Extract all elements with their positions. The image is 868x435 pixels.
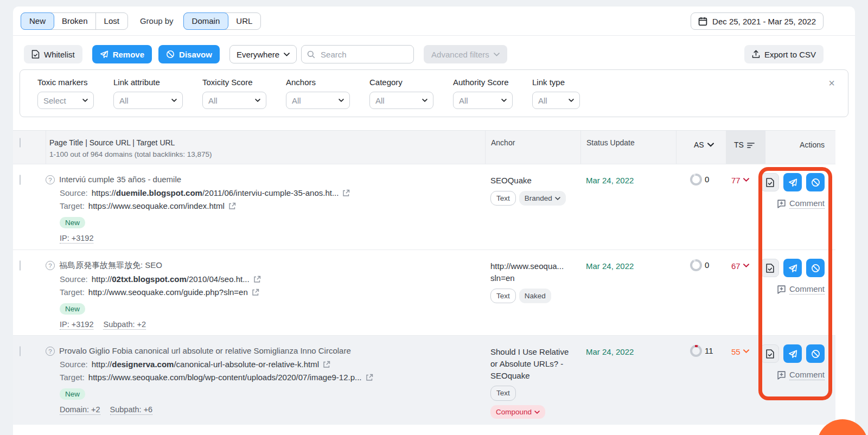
search-scope-select[interactable]: Everywhere — [229, 45, 297, 63]
anchor-type-tag[interactable]: Text — [490, 289, 516, 304]
view-toolbar: New Broken Lost Group by Domain URL Dec … — [13, 7, 855, 36]
external-link-icon[interactable] — [253, 276, 261, 283]
select-all-checkbox[interactable] — [20, 138, 21, 148]
comment-button[interactable]: Comment — [777, 199, 825, 209]
column-header-anchor: Anchor — [485, 131, 580, 164]
anchor-type-tag-label: Naked — [525, 291, 546, 302]
whitelist-row-button[interactable] — [761, 259, 779, 277]
authority-score-value: 0 — [705, 260, 709, 270]
row-checkbox[interactable] — [20, 175, 21, 185]
target-url[interactable]: https://www.seoquake.com/index.html — [88, 201, 225, 210]
filter-select[interactable]: All — [532, 92, 580, 109]
expand-link[interactable]: IP: +3192 — [60, 234, 93, 244]
remove-row-button[interactable] — [783, 259, 802, 277]
filter-group-toxic-markers: Toxic markersSelect — [37, 78, 94, 117]
row-checkbox[interactable] — [20, 260, 21, 271]
filter-select[interactable]: All — [113, 92, 183, 109]
toxicity-score[interactable]: 55 — [726, 336, 765, 425]
disavow-row-button[interactable] — [806, 259, 825, 277]
group-by-tab-group: Domain URL — [183, 12, 261, 30]
filter-label: Toxicity Score — [202, 78, 266, 87]
send-icon — [100, 50, 108, 59]
disavow-button[interactable]: Disavow — [158, 45, 220, 63]
external-link-icon[interactable] — [366, 374, 373, 381]
comment-button[interactable]: Comment — [777, 370, 825, 380]
expand-link[interactable]: IP: +3192 — [60, 320, 93, 330]
export-to-csv-label: Export to CSV — [764, 50, 816, 59]
comment-plus-icon — [777, 199, 786, 208]
search-field[interactable] — [301, 45, 414, 63]
tab-group-url[interactable]: URL — [227, 12, 261, 30]
target-url-line: Target: http://www.seoquake.com/guide.ph… — [60, 287, 485, 297]
send-icon — [788, 178, 797, 187]
filter-select[interactable]: All — [286, 92, 350, 109]
view-tab-group: New Broken Lost — [21, 12, 128, 30]
close-icon[interactable]: × — [828, 78, 835, 88]
comment-button[interactable]: Comment — [777, 284, 825, 295]
help-icon[interactable]: ? — [46, 175, 55, 184]
help-icon[interactable]: ? — [46, 261, 55, 270]
toxicity-score[interactable]: 67 — [726, 250, 765, 335]
expand-link[interactable]: Subpath: +6 — [110, 405, 153, 415]
export-to-csv-button[interactable]: Export to CSV — [744, 45, 824, 63]
disavow-row-button[interactable] — [806, 344, 825, 363]
target-url[interactable]: http://www.seoquake.com/guide.php?sln=en — [88, 287, 248, 297]
send-icon — [788, 264, 797, 273]
external-link-icon[interactable] — [252, 289, 259, 296]
filter-select-value: Select — [43, 96, 66, 105]
source-url[interactable]: https://duemile.blogspot.com/2011/06/int… — [92, 188, 339, 197]
toxicity-score[interactable]: 77 — [726, 164, 765, 250]
chevron-down-icon — [534, 411, 540, 414]
chevron-down-icon — [284, 53, 290, 56]
tab-lost[interactable]: Lost — [95, 12, 128, 30]
tab-new[interactable]: New — [21, 12, 54, 30]
expand-link[interactable]: Domain: +2 — [60, 405, 100, 415]
help-icon[interactable]: ? — [46, 347, 55, 356]
anchor-type-tag[interactable]: Compound — [490, 405, 545, 419]
advanced-filters-label: Advanced filters — [431, 50, 489, 59]
anchor-type-tag[interactable]: Naked — [519, 289, 551, 304]
anchor-type-tag[interactable]: Branded — [519, 191, 566, 206]
filter-label: Link type — [532, 78, 580, 87]
external-link-icon[interactable] — [342, 189, 350, 197]
date-range-picker[interactable]: Dec 25, 2021 - Mar 25, 2022 — [691, 12, 824, 30]
anchor-type-tag[interactable]: Text — [490, 386, 516, 401]
source-url[interactable]: http://designerva.com/canonical-url-abso… — [92, 360, 319, 369]
remove-button[interactable]: Remove — [92, 45, 152, 63]
anchor-type-tag[interactable]: Text — [490, 191, 516, 206]
external-link-icon[interactable] — [323, 361, 330, 368]
chevron-down-icon — [743, 264, 749, 267]
filter-label: Anchors — [286, 78, 350, 87]
filter-select[interactable]: All — [369, 92, 433, 109]
content-card: New Broken Lost Group by Domain URL Dec … — [13, 7, 855, 435]
column-header-as[interactable]: AS — [676, 131, 726, 164]
tab-group-domain[interactable]: Domain — [183, 12, 229, 30]
remove-row-button[interactable] — [783, 173, 802, 191]
filter-select[interactable]: Select — [37, 92, 94, 109]
status-update-date: Mar 24, 2022 — [580, 336, 676, 425]
target-url[interactable]: https://www.seoquake.com/blog/wp-content… — [88, 373, 362, 382]
filter-select[interactable]: All — [202, 92, 266, 109]
filter-panel: Toxic markersSelectLink attributeAllToxi… — [20, 69, 848, 117]
column-header-ts[interactable]: TS — [726, 131, 765, 164]
status-update-date: Mar 24, 2022 — [580, 250, 676, 335]
whitelist-row-button[interactable] — [761, 344, 779, 363]
authority-score-value: 0 — [705, 175, 709, 184]
whitelist-row-button[interactable] — [761, 173, 779, 191]
filter-select-value: All — [292, 96, 301, 105]
row-checkbox[interactable] — [20, 346, 21, 356]
source-label: Source: — [60, 274, 88, 284]
remove-row-button[interactable] — [783, 344, 802, 363]
filter-select[interactable]: All — [453, 92, 513, 109]
comment-plus-icon — [777, 285, 786, 294]
external-link-icon[interactable] — [228, 202, 236, 210]
advanced-filters-button[interactable]: Advanced filters — [424, 45, 507, 63]
whitelist-button[interactable]: Whitelist — [24, 45, 82, 63]
expand-link[interactable]: Subpath: +2 — [103, 320, 146, 330]
filter-select-value: All — [208, 96, 218, 105]
source-url[interactable]: http://02txt.blogspot.com/2010/04/seo.ht… — [92, 274, 250, 284]
search-input[interactable] — [320, 49, 403, 60]
tab-broken[interactable]: Broken — [53, 12, 97, 30]
anchor-text: SEOQuake — [490, 175, 574, 187]
disavow-row-button[interactable] — [806, 173, 825, 191]
